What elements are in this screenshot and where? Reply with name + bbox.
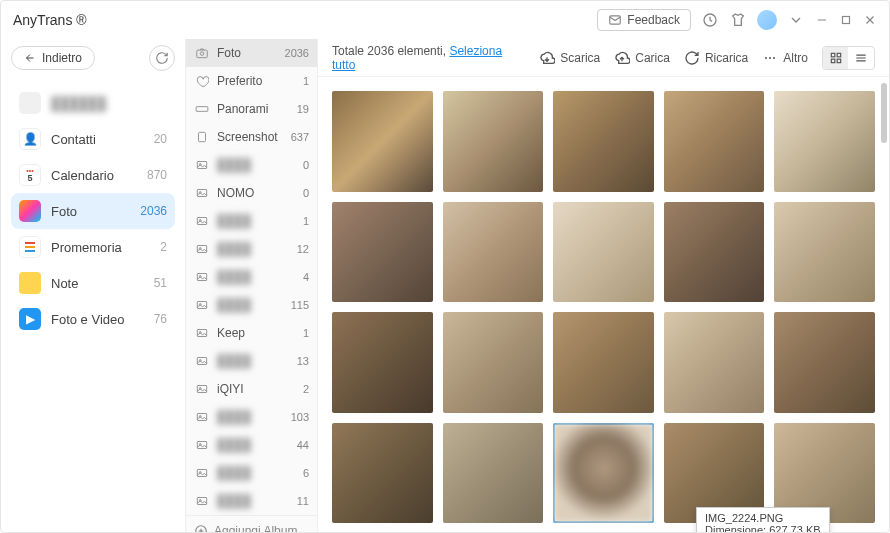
photo-thumbnail[interactable]: [553, 202, 654, 303]
photo-thumbnail[interactable]: [664, 312, 765, 413]
image-icon: [194, 297, 210, 313]
album-label: ████: [217, 466, 251, 480]
scrollbar-thumb[interactable]: [881, 83, 887, 143]
photo-thumbnail[interactable]: [332, 312, 433, 413]
image-icon: [194, 493, 210, 509]
app-title: AnyTrans ®: [13, 12, 87, 28]
photo-thumbnail[interactable]: [774, 312, 875, 413]
sidebar-item-contatti[interactable]: 👤Contatti20: [11, 121, 175, 157]
sidebar-item-label: Calendario: [51, 168, 114, 183]
sidebar-item-note[interactable]: Note51: [11, 265, 175, 301]
feedback-label: Feedback: [627, 13, 680, 27]
svg-rect-8: [196, 107, 208, 112]
album-count: 0: [303, 159, 309, 171]
download-button[interactable]: Scarica: [539, 50, 600, 66]
add-album-label: Aggiungi Album: [214, 524, 297, 532]
refresh-button[interactable]: [149, 45, 175, 71]
sidebar-item-label: Contatti: [51, 132, 96, 147]
photo-thumbnail[interactable]: [332, 423, 433, 524]
sidebar: Indietro ██████👤Contatti20•••5Calendario…: [1, 39, 186, 532]
photo-thumbnail[interactable]: [774, 91, 875, 192]
svg-rect-12: [197, 190, 206, 197]
photo-thumbnail[interactable]: [553, 312, 654, 413]
photo-thumbnail[interactable]: [332, 202, 433, 303]
more-button[interactable]: Altro: [762, 50, 808, 66]
album-item-keep[interactable]: Keep1: [186, 319, 317, 347]
heart-icon: [194, 73, 210, 89]
photo-thumbnail[interactable]: [443, 202, 544, 303]
photo-thumbnail[interactable]: [664, 91, 765, 192]
svg-rect-24: [197, 358, 206, 365]
album-label: Foto: [217, 46, 241, 60]
photo-thumbnail[interactable]: [443, 312, 544, 413]
feedback-button[interactable]: Feedback: [597, 9, 691, 31]
album-label: ████: [217, 214, 251, 228]
svg-rect-10: [197, 162, 206, 169]
grid-view-button[interactable]: [823, 47, 849, 69]
maximize-button[interactable]: [839, 13, 853, 27]
minimize-button[interactable]: [815, 13, 829, 27]
album-count: 1: [303, 75, 309, 87]
album-count: 11: [297, 495, 309, 507]
album-item-foto[interactable]: Foto2036: [186, 39, 317, 67]
album-item-iqiyi[interactable]: iQIYI2: [186, 375, 317, 403]
album-item-blurred[interactable]: ████12: [186, 235, 317, 263]
album-item-preferito[interactable]: Preferito1: [186, 67, 317, 95]
album-item-blurred[interactable]: ████115: [186, 291, 317, 319]
album-item-blurred[interactable]: ████11: [186, 487, 317, 515]
photo-thumbnail[interactable]: [553, 423, 654, 524]
album-item-screenshot[interactable]: Screenshot637: [186, 123, 317, 151]
image-icon: [194, 241, 210, 257]
album-item-blurred[interactable]: ████44: [186, 431, 317, 459]
panorama-icon: [194, 101, 210, 117]
chevron-down-icon[interactable]: [787, 11, 805, 29]
album-label: Keep: [217, 326, 245, 340]
sidebar-item-foto[interactable]: Foto2036: [11, 193, 175, 229]
shirt-icon[interactable]: [729, 11, 747, 29]
sidebar-item-count: 20: [154, 132, 167, 146]
album-item-blurred[interactable]: ████6: [186, 459, 317, 487]
album-item-blurred[interactable]: ████0: [186, 151, 317, 179]
sidebar-item-blurred[interactable]: ██████: [11, 85, 175, 121]
album-label: NOMO: [217, 186, 254, 200]
add-album-button[interactable]: Aggiungi Album: [186, 515, 317, 532]
album-item-blurred[interactable]: ████1: [186, 207, 317, 235]
album-item-blurred[interactable]: ████4: [186, 263, 317, 291]
sidebar-item-count: 2: [160, 240, 167, 254]
svg-rect-34: [197, 498, 206, 505]
album-label: ████: [217, 242, 251, 256]
image-icon: [194, 213, 210, 229]
photo-thumbnail[interactable]: [443, 91, 544, 192]
album-label: ████: [217, 270, 251, 284]
album-label: iQIYI: [217, 382, 244, 396]
avatar[interactable]: [757, 10, 777, 30]
list-view-button[interactable]: [848, 47, 874, 69]
back-button[interactable]: Indietro: [11, 46, 95, 70]
screenshot-icon: [194, 129, 210, 145]
upload-button[interactable]: Carica: [614, 50, 670, 66]
photo-thumbnail[interactable]: [553, 91, 654, 192]
album-item-blurred[interactable]: ████103: [186, 403, 317, 431]
svg-rect-28: [197, 414, 206, 421]
album-count: 115: [291, 299, 309, 311]
close-button[interactable]: [863, 13, 877, 27]
photo-thumbnail[interactable]: [332, 91, 433, 192]
photo-thumbnail[interactable]: [443, 423, 544, 524]
bell-icon[interactable]: [701, 11, 719, 29]
reload-button[interactable]: Ricarica: [684, 50, 748, 66]
photo-thumbnail[interactable]: [774, 202, 875, 303]
album-item-panorami[interactable]: Panorami19: [186, 95, 317, 123]
photo-thumbnail[interactable]: [664, 202, 765, 303]
album-label: ████: [217, 410, 251, 424]
sidebar-item-count: 51: [154, 276, 167, 290]
camera-icon: [194, 45, 210, 61]
image-icon: [194, 465, 210, 481]
sidebar-item-calendario[interactable]: •••5Calendario870: [11, 157, 175, 193]
sidebar-item-foto-e-video[interactable]: ▶Foto e Video76: [11, 301, 175, 337]
album-item-nomo[interactable]: NOMO0: [186, 179, 317, 207]
album-item-blurred[interactable]: ████13: [186, 347, 317, 375]
album-count: 6: [303, 467, 309, 479]
svg-rect-26: [197, 386, 206, 393]
album-label: Panorami: [217, 102, 268, 116]
sidebar-item-promemoria[interactable]: Promemoria2: [11, 229, 175, 265]
